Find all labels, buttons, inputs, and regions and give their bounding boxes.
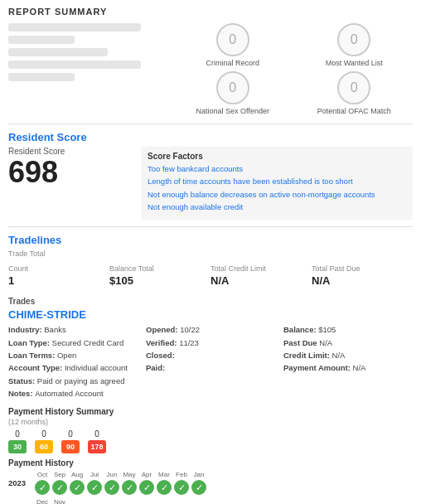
trade-verified: Verified: 11/23 [146, 337, 275, 348]
month-label-dec: Dec [36, 498, 48, 504]
payment-counts: 0 30 0 60 0 90 0 178 [8, 429, 413, 453]
month-label-oct: Oct [37, 471, 47, 478]
score-row: Resident Score 698 Score Factors Too few… [8, 147, 413, 220]
month-jun-2023: Jun ✓ [104, 471, 119, 495]
check-may: ✓ [122, 480, 137, 495]
check-label-sex-offender: National Sex Offender [196, 107, 269, 115]
payment-history-summary: Payment History Summary (12 months) 0 30… [8, 407, 413, 453]
trade-count-col: Count 1 [8, 261, 109, 290]
check-sex-offender: 0 National Sex Offender [196, 71, 269, 115]
trade-industry: Industry: Banks [8, 324, 138, 335]
trade-total-label: Trade Total [8, 250, 413, 258]
badge-30: 30 [8, 440, 27, 453]
check-circle-criminal: 0 [216, 23, 249, 56]
trade-detail-col-3: Balance: $105 Past Due N/A Credit Limit:… [283, 324, 413, 400]
month-aug-2023: Aug ✓ [70, 471, 85, 495]
factor-2: Length of time accounts have been establ… [148, 177, 406, 187]
check-aug: ✓ [70, 480, 85, 495]
tradelines-section: Tradelines Trade Total Count 1 Balance T… [8, 234, 413, 504]
divider-1 [8, 124, 413, 124]
payment-history-section: Payment History 2023 Oct ✓ Sep ✓ Aug ✓ [8, 458, 413, 504]
month-may-2023: May ✓ [122, 471, 137, 495]
count-60-num: 0 [41, 429, 46, 439]
personal-info [8, 23, 174, 115]
month-label-mar: Mar [158, 471, 170, 478]
payment-summary-title: Payment History Summary [8, 407, 413, 416]
factor-4: Not enough available credit [148, 202, 406, 212]
check-jan: ✓ [191, 480, 206, 495]
check-circle-wanted: 0 [337, 23, 370, 56]
trade-notes: Notes: Automated Account [8, 388, 138, 399]
divider-2 [8, 226, 413, 227]
payment-summary-sub: (12 months) [8, 418, 413, 426]
trade-past-due-value: N/A [312, 274, 413, 287]
score-factors-title: Score Factors [148, 152, 406, 161]
payment-count-30: 0 30 [8, 429, 27, 453]
trade-count-value: 1 [8, 274, 109, 287]
trade-past-due-detail: Past Due N/A [283, 337, 413, 348]
top-section: 0 Criminal Record 0 Most Wanted List 0 N… [8, 23, 413, 115]
count-30-num: 0 [15, 429, 20, 439]
trade-loan-type: Loan Type: Secured Credit Card [8, 337, 138, 348]
month-label-sep: Sep [54, 471, 65, 478]
check-ofac: 0 Potential OFAC Match [317, 71, 391, 115]
report-title: REPORT SUMMARY [8, 7, 413, 17]
month-label-jun: Jun [107, 471, 118, 478]
check-feb: ✓ [174, 480, 189, 495]
trade-closed: Closed: [146, 350, 275, 361]
trade-past-due-col: Total Past Due N/A [312, 261, 413, 290]
check-criminal-record: 0 Criminal Record [206, 23, 259, 67]
check-mar: ✓ [157, 480, 172, 495]
check-jul: ✓ [87, 480, 102, 495]
trade-account-type: Account Type: Individual account [8, 362, 138, 373]
month-jul-2023: Jul ✓ [87, 471, 102, 495]
personal-info-line [8, 73, 75, 81]
month-label-apr: Apr [142, 471, 152, 478]
trade-credit-limit-label: Total Credit Limit [210, 264, 312, 273]
trade-status: Status: Paid or paying as agreed [8, 376, 138, 386]
month-oct-2023: Oct ✓ [35, 471, 50, 495]
check-circle-ofac: 0 [337, 71, 370, 104]
month-feb-2023: Feb ✓ [174, 471, 189, 495]
month-dec-2022: Dec ✓ [35, 498, 50, 504]
trades-label: Trades [8, 297, 413, 306]
trade-detail-col-1: Industry: Banks Loan Type: Secured Credi… [8, 324, 138, 400]
factor-3: Not enough balance decreases on active n… [148, 190, 406, 200]
badge-90: 90 [61, 440, 80, 453]
month-jan-2023: Jan ✓ [191, 471, 206, 495]
resident-score-heading: Resident Score [8, 131, 413, 143]
trade-credit-limit-detail: Credit Limit: N/A [283, 350, 413, 361]
personal-info-line [8, 48, 108, 56]
month-label-jan: Jan [194, 471, 205, 478]
month-mar-2023: Mar ✓ [157, 471, 172, 495]
badge-60: 60 [35, 440, 53, 453]
personal-info-line [8, 23, 141, 32]
check-label-criminal: Criminal Record [206, 59, 259, 67]
month-sep-2023: Sep ✓ [52, 471, 67, 495]
trade-balance: Balance: $105 [283, 324, 413, 335]
check-circle-sex-offender: 0 [216, 71, 249, 104]
trade-paid: Paid: [146, 362, 275, 373]
trade-totals: Count 1 Balance Total $105 Total Credit … [8, 261, 413, 290]
payment-count-90: 0 90 [61, 429, 80, 453]
resident-score-section: Resident Score Resident Score 698 Score … [8, 131, 413, 220]
check-sep: ✓ [52, 480, 67, 495]
trade-past-due-label: Total Past Due [312, 264, 413, 273]
month-label-may: May [123, 471, 135, 478]
year-label-2023: 2023 [8, 478, 31, 487]
month-label-nov: Nov [54, 498, 65, 504]
trade-credit-limit-col: Total Credit Limit N/A [210, 261, 312, 290]
month-label-feb: Feb [176, 471, 187, 478]
checks-grid: 0 Criminal Record 0 Most Wanted List 0 N… [174, 23, 413, 115]
payment-year-2022: 2022 Dec ✓ Nov ✓ [8, 498, 413, 504]
count-178-num: 0 [94, 429, 99, 439]
check-label-wanted: Most Wanted List [326, 59, 383, 67]
months-2023: Oct ✓ Sep ✓ Aug ✓ Jul ✓ [35, 471, 206, 495]
month-label-aug: Aug [71, 471, 83, 478]
trade-loan-terms: Loan Terms: Open [8, 350, 138, 361]
month-apr-2023: Apr ✓ [139, 471, 154, 495]
payment-history-title: Payment History [8, 458, 413, 468]
trade-balance-value: $105 [109, 274, 210, 287]
score-factors: Score Factors Too few bankcard accounts … [141, 147, 413, 220]
trade-credit-limit-value: N/A [210, 274, 312, 287]
